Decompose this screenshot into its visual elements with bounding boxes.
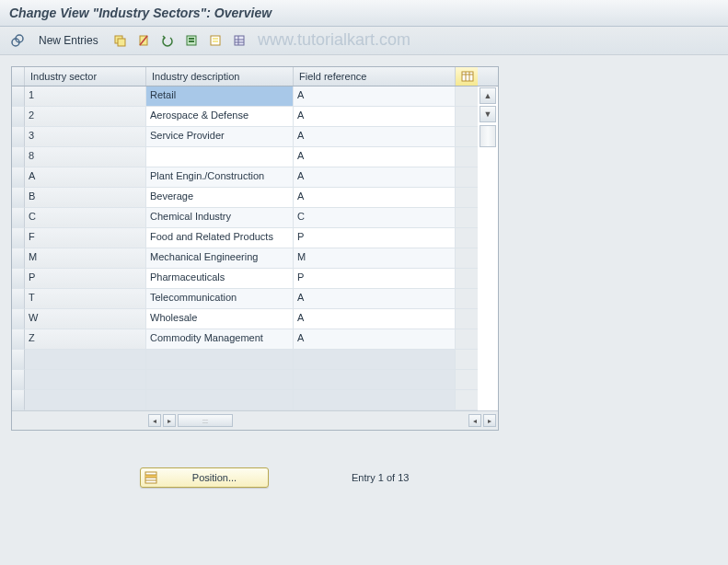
row-selector[interactable] [12, 167, 25, 188]
hscroll-left-icon[interactable]: ▸ [163, 414, 176, 427]
cell-empty[interactable] [146, 390, 294, 410]
cell-reference[interactable]: A [294, 289, 456, 309]
table-row: TTelecommunicationA [12, 289, 498, 309]
row-selector[interactable] [12, 350, 25, 370]
row-selector[interactable] [12, 86, 25, 107]
hscroll-right-end-icon[interactable]: ▸ [483, 414, 496, 427]
table-header: Industry sector Industry description Fie… [12, 67, 498, 86]
cell-description[interactable]: Beverage [146, 188, 294, 208]
row-selector[interactable] [12, 269, 25, 289]
row-selector[interactable] [12, 147, 25, 167]
cell-description[interactable]: Retail [146, 86, 294, 107]
row-selector[interactable] [12, 248, 25, 269]
entry-status: Entry 1 of 13 [352, 472, 409, 483]
row-selector[interactable] [12, 289, 25, 309]
content-area: Industry sector Industry description Fie… [0, 55, 728, 499]
cell-sector: M [25, 248, 146, 269]
row-selector[interactable] [12, 370, 25, 390]
cell-empty[interactable] [146, 350, 294, 370]
cell-empty[interactable] [25, 370, 146, 390]
header-sector[interactable]: Industry sector [25, 67, 146, 86]
svg-rect-8 [189, 40, 194, 42]
table-row: APlant Engin./ConstructionA [12, 167, 498, 188]
cell-reference[interactable]: C [294, 208, 456, 228]
cell-description[interactable]: Service Provider [146, 127, 294, 147]
cell-reference[interactable]: M [294, 248, 456, 269]
position-button[interactable]: Position... [140, 467, 269, 488]
cell-sector: A [25, 167, 146, 188]
scroll-up-icon[interactable]: ▲ [480, 87, 496, 104]
cell-description[interactable]: Mechanical Engineering [146, 248, 294, 269]
cell-reference[interactable]: A [294, 107, 456, 127]
scroll-thumb[interactable] [480, 125, 496, 147]
row-selector[interactable] [12, 228, 25, 248]
svg-rect-7 [189, 38, 194, 40]
header-description[interactable]: Industry description [146, 67, 294, 86]
delete-icon[interactable] [133, 30, 154, 51]
cell-reference[interactable]: A [294, 147, 456, 167]
cell-sector: 3 [25, 127, 146, 147]
table-row: BBeverageA [12, 188, 498, 208]
cell-reference[interactable]: P [294, 269, 456, 289]
cell-description[interactable]: Food and Related Products [146, 228, 294, 248]
header-selector[interactable] [12, 67, 25, 86]
row-selector[interactable] [12, 188, 25, 208]
copy-as-icon[interactable] [110, 30, 130, 51]
cell-reference[interactable]: A [294, 127, 456, 147]
undo-icon[interactable] [157, 30, 178, 51]
cell-sector: P [25, 269, 146, 289]
svg-rect-12 [235, 36, 244, 45]
toggle-display-change-icon[interactable] [7, 30, 28, 51]
cell-empty[interactable] [294, 370, 456, 390]
table-row: 2Aerospace & DefenseA [12, 107, 498, 127]
cell-description[interactable]: Aerospace & Defense [146, 107, 294, 127]
row-selector[interactable] [12, 208, 25, 228]
table-row: MMechanical EngineeringM [12, 248, 498, 269]
table-row: PPharmaceuticalsP [12, 269, 498, 289]
cell-empty[interactable] [25, 350, 146, 370]
select-all-icon[interactable] [181, 30, 202, 51]
hscroll-right-icon[interactable]: ◂ [468, 414, 481, 427]
cell-description[interactable] [146, 147, 294, 167]
table-row: WWholesaleA [12, 309, 498, 329]
row-selector[interactable] [12, 107, 25, 127]
cell-reference[interactable]: A [294, 86, 456, 107]
cell-reference[interactable]: P [294, 228, 456, 248]
row-selector[interactable] [12, 329, 25, 350]
cell-empty[interactable] [146, 370, 294, 390]
table-settings-icon[interactable] [229, 30, 249, 51]
row-selector[interactable] [12, 309, 25, 329]
cell-description[interactable]: Commodity Management [146, 329, 294, 350]
cell-sector: W [25, 309, 146, 329]
title-bar: Change View "Industry Sectors": Overview [0, 0, 728, 27]
cell-reference[interactable]: A [294, 309, 456, 329]
row-selector[interactable] [12, 127, 25, 147]
table-row-empty [12, 350, 498, 370]
configure-columns-icon[interactable] [456, 67, 478, 86]
table-row: 1RetailA [12, 86, 498, 107]
header-reference[interactable]: Field reference [294, 67, 456, 86]
cell-description[interactable]: Pharmaceuticals [146, 269, 294, 289]
hscroll-left-start-icon[interactable]: ◂ [148, 414, 161, 427]
deselect-all-icon[interactable] [205, 30, 225, 51]
new-entries-button[interactable]: New Entries [31, 31, 106, 50]
cell-description[interactable]: Telecommunication [146, 289, 294, 309]
cell-description[interactable]: Plant Engin./Construction [146, 167, 294, 188]
cell-empty[interactable] [25, 390, 146, 410]
cell-empty[interactable] [294, 350, 456, 370]
cell-description[interactable]: Wholesale [146, 309, 294, 329]
cell-sector: B [25, 188, 146, 208]
cell-description[interactable]: Chemical Industry [146, 208, 294, 228]
cell-sector: 1 [25, 86, 146, 107]
vertical-scrollbar[interactable]: ▲ ▼ [480, 86, 496, 410]
row-selector[interactable] [12, 390, 25, 410]
table-row: 8A [12, 147, 498, 167]
cell-reference[interactable]: A [294, 329, 456, 350]
cell-empty[interactable] [294, 390, 456, 410]
cell-reference[interactable]: A [294, 167, 456, 188]
table-row: 3Service ProviderA [12, 127, 498, 147]
scroll-down-icon[interactable]: ▼ [480, 106, 496, 122]
table-row: CChemical IndustryC [12, 208, 498, 228]
cell-reference[interactable]: A [294, 188, 456, 208]
hscroll-thumb[interactable]: ::: [178, 414, 233, 427]
